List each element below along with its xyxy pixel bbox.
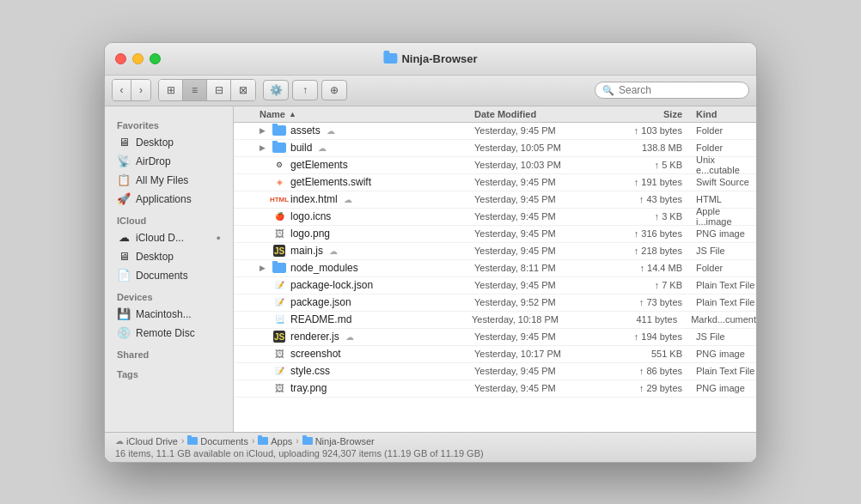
forward-button[interactable]: ›: [131, 80, 150, 100]
sort-arrow: ▲: [289, 110, 296, 118]
sidebar-item-macintosh[interactable]: 💾 Macintosh...: [108, 305, 229, 324]
size-column-header[interactable]: Size: [612, 109, 689, 119]
breadcrumb-item[interactable]: Apps: [258, 436, 292, 446]
table-row[interactable]: ⚙ getElements Yesterday, 10:03 PM ↑ 5 KB…: [234, 157, 756, 174]
file-name: getElements.swift: [290, 176, 371, 188]
back-button[interactable]: ‹: [113, 80, 131, 100]
breadcrumb-item[interactable]: Documents: [187, 436, 248, 446]
table-row[interactable]: 📃 README.md Yesterday, 10:18 PM 411 byte…: [234, 312, 756, 329]
file-kind: Swift Source: [689, 177, 756, 187]
file-type-icon: JS: [272, 330, 286, 343]
file-rows: ▶ assets ☁ Yesterday, 9:45 PM ↑ 103 byte…: [234, 123, 756, 432]
column-headers: Name ▲ Date Modified Size Kind: [234, 106, 756, 123]
icloud-header: iCloud: [105, 209, 233, 228]
exec-icon: ⚙: [276, 161, 283, 169]
file-kind: Unix e...cutable: [689, 155, 756, 175]
date-column-header[interactable]: Date Modified: [474, 109, 612, 119]
table-row[interactable]: 📝 package-lock.json Yesterday, 9:45 PM ↑…: [234, 277, 756, 295]
action-button[interactable]: ⚙️: [263, 80, 289, 100]
window-title: Ninja-Browser: [383, 52, 477, 65]
file-type-icon: HTML: [272, 192, 286, 206]
table-row[interactable]: ▶ build ☁ Yesterday, 10:05 PM 138.8 MB F…: [234, 140, 756, 157]
breadcrumb-item[interactable]: Ninja-Browser: [302, 436, 375, 446]
file-date: Yesterday, 9:45 PM: [474, 228, 612, 239]
file-type-icon: ◈: [272, 175, 286, 189]
file-size: ↑ 5 KB: [612, 160, 689, 170]
icloud-badge: ●: [217, 234, 221, 242]
icloud-desktop-icon: 🖥: [117, 250, 131, 264]
macintosh-icon: 💾: [117, 307, 131, 321]
file-type-icon: ⚙: [272, 158, 286, 172]
sidebar: Favorites 🖥 Desktop 📡 AirDrop 📋 All My F…: [105, 106, 234, 432]
table-row[interactable]: 📝 package.json Yesterday, 9:52 PM ↑ 73 b…: [234, 295, 756, 312]
file-name: index.html: [290, 193, 338, 205]
breadcrumb-label: Ninja-Browser: [315, 436, 375, 446]
expand-arrow[interactable]: ▶: [260, 126, 268, 135]
table-row[interactable]: 🍎 logo.icns Yesterday, 9:45 PM ↑ 3 KB Ap…: [234, 209, 756, 226]
breadcrumb-label: Documents: [200, 436, 248, 446]
file-kind: JS File: [689, 331, 756, 342]
desktop-icon: 🖥: [117, 136, 131, 149]
file-date: Yesterday, 9:45 PM: [474, 211, 612, 222]
close-button[interactable]: [115, 53, 126, 64]
file-name: screenshot: [290, 348, 341, 360]
sidebar-item-desktop[interactable]: 🖥 Desktop: [108, 133, 229, 152]
file-name: main.js: [290, 245, 323, 257]
file-kind: Plain Text File: [689, 366, 756, 376]
file-kind: Markd...cument: [684, 314, 756, 325]
folder-icon: [272, 263, 286, 273]
table-row[interactable]: 🖼 screenshot Yesterday, 10:17 PM 551 KB …: [234, 346, 756, 363]
file-type-icon: 📝: [272, 364, 286, 378]
breadcrumb-label: Apps: [271, 436, 292, 446]
table-row[interactable]: ◈ getElements.swift Yesterday, 9:45 PM ↑…: [234, 174, 756, 191]
table-row[interactable]: ▶ assets ☁ Yesterday, 9:45 PM ↑ 103 byte…: [234, 123, 756, 140]
txt-icon: 📝: [275, 298, 284, 307]
minimize-button[interactable]: [132, 53, 144, 64]
breadcrumb-item[interactable]: ☁iCloud Drive: [115, 436, 178, 446]
expand-arrow[interactable]: ▶: [260, 143, 268, 152]
table-row[interactable]: 🖼 logo.png Yesterday, 9:45 PM ↑ 316 byte…: [234, 226, 756, 243]
cloud-upload-icon: ☁: [344, 195, 352, 204]
file-name: node_modules: [290, 262, 358, 274]
md-icon: 📃: [275, 315, 284, 324]
maximize-button[interactable]: [150, 53, 161, 64]
file-size: ↑ 103 bytes: [612, 125, 689, 136]
file-size: ↑ 7 KB: [612, 280, 689, 290]
sidebar-item-applications[interactable]: 🚀 Applications: [108, 190, 229, 209]
file-kind: Plain Text File: [689, 297, 756, 307]
remote-disc-icon: 💿: [117, 326, 131, 340]
cloud-upload-icon: ☁: [329, 246, 338, 256]
devices-header: Devices: [105, 285, 233, 305]
sidebar-item-icloud-drive[interactable]: ☁ iCloud D... ●: [108, 228, 229, 247]
table-row[interactable]: HTML index.html ☁ Yesterday, 9:45 PM ↑ 4…: [234, 191, 756, 209]
sidebar-item-airdrop[interactable]: 📡 AirDrop: [108, 152, 229, 171]
column-view-button[interactable]: ⊟: [207, 80, 231, 100]
share-button[interactable]: ↑: [292, 80, 318, 100]
sidebar-item-documents[interactable]: 📄 Documents: [108, 266, 229, 285]
expand-arrow[interactable]: ▶: [260, 264, 268, 272]
table-row[interactable]: ▶ node_modules Yesterday, 8:11 PM ↑ 14.4…: [234, 260, 756, 277]
file-name: build: [290, 142, 312, 154]
file-date: Yesterday, 9:45 PM: [474, 194, 612, 204]
file-name: package-lock.json: [290, 279, 373, 291]
file-name: renderer.js: [290, 331, 339, 343]
file-type-icon: JS: [272, 244, 286, 258]
cover-flow-button[interactable]: ⊠: [231, 80, 255, 100]
table-row[interactable]: JS renderer.js ☁ Yesterday, 9:45 PM ↑ 19…: [234, 329, 756, 346]
html-icon: HTML: [270, 196, 289, 203]
search-input[interactable]: [619, 84, 742, 96]
icon-view-button[interactable]: ⊞: [159, 80, 183, 100]
table-row[interactable]: 🖼 tray.png Yesterday, 9:45 PM ↑ 29 bytes…: [234, 380, 756, 398]
name-column-header[interactable]: Name ▲: [234, 109, 474, 119]
breadcrumb: ☁iCloud Drive›Documents›Apps›Ninja-Brows…: [115, 436, 746, 446]
breadcrumb-separator: ›: [296, 436, 298, 446]
sidebar-item-icloud-desktop[interactable]: 🖥 Desktop: [108, 247, 229, 266]
table-row[interactable]: JS main.js ☁ Yesterday, 9:45 PM ↑ 218 by…: [234, 243, 756, 260]
sidebar-item-remote-disc[interactable]: 💿 Remote Disc: [108, 324, 229, 343]
kind-column-header[interactable]: Kind: [689, 109, 756, 119]
sidebar-item-all-my-files[interactable]: 📋 All My Files: [108, 171, 229, 190]
table-row[interactable]: 📝 style.css Yesterday, 9:45 PM ↑ 86 byte…: [234, 363, 756, 380]
list-view-button[interactable]: ≡: [183, 80, 207, 100]
breadcrumb-folder-icon: [302, 437, 313, 445]
tag-button[interactable]: ⊕: [321, 80, 347, 100]
